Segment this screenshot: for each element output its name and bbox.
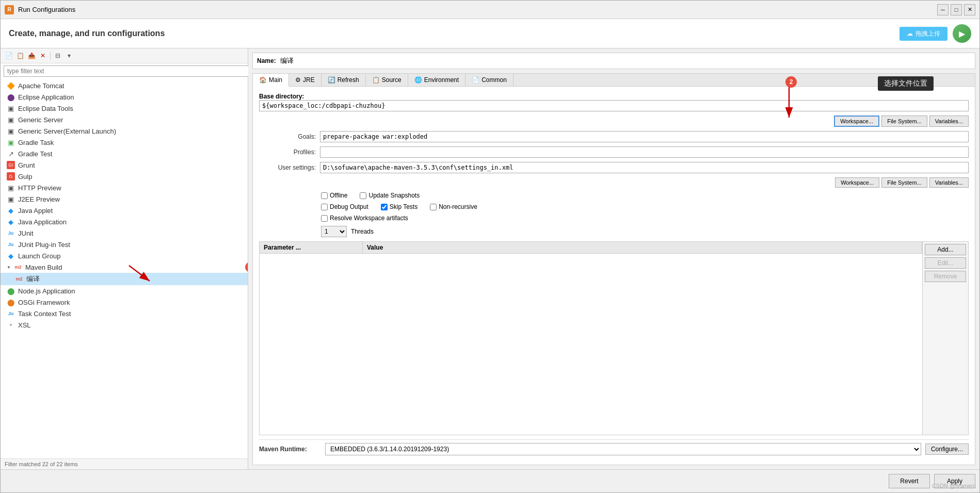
collapse-button[interactable]: ⊟ (53, 51, 63, 61)
tree-item-label: 编译 (26, 274, 40, 284)
debug-output-checkbox[interactable] (321, 204, 328, 210)
filter-button[interactable]: ▾ (64, 51, 74, 61)
offline-checkbox[interactable] (321, 192, 328, 199)
goals-label: Goals: (259, 133, 316, 140)
eclipse-app-icon: ⬤ (7, 93, 15, 101)
tree-item-eclipse-app[interactable]: ⬤ Eclipse Application (1, 91, 248, 103)
workspace-btn-1[interactable]: Workspace... (834, 116, 879, 127)
profiles-input[interactable] (320, 146, 969, 158)
tree-item-label: OSGi Framework (18, 299, 70, 306)
workspace-btn-2[interactable]: Workspace... (835, 177, 879, 188)
j2ee-preview-icon: ▣ (7, 195, 15, 203)
maven-runtime-label: Maven Runtime: (259, 446, 321, 453)
tab-environment[interactable]: 🌐 Environment (408, 74, 465, 86)
delete-button[interactable]: ✕ (38, 51, 48, 61)
update-snapshots-checkbox[interactable] (360, 192, 366, 199)
user-settings-label: User settings: (259, 164, 316, 171)
filesystem-btn-2[interactable]: File System... (881, 177, 927, 188)
tree-item-gradle-task[interactable]: ▣ Gradle Task (1, 137, 248, 148)
resolve-workspace-checkbox[interactable] (321, 215, 328, 222)
tree-item-label: Node.js Application (18, 287, 75, 295)
tree-item-label: J2EE Preview (18, 195, 60, 203)
tree-item-eclipse-data[interactable]: ▣ Eclipse Data Tools (1, 103, 248, 114)
edit-param-button[interactable]: Edit... (925, 257, 966, 269)
new-config-button[interactable]: 📄 (4, 51, 14, 61)
filter-input[interactable] (4, 65, 251, 77)
non-recursive-checkbox[interactable] (430, 204, 437, 210)
expand-icon: ▼ (7, 265, 11, 270)
tab-source[interactable]: 📋 Source (366, 74, 408, 86)
tree-item-nodejs[interactable]: ⬤ Node.js Application (1, 285, 248, 297)
tree-item-grunt[interactable]: G! Grunt (1, 159, 248, 171)
user-settings-input[interactable] (320, 162, 969, 173)
tree-item-gulp[interactable]: G Gulp (1, 171, 248, 182)
tree-item-label: Maven Build (25, 264, 62, 271)
base-directory-input[interactable] (259, 100, 969, 111)
tree-item-generic-server-ext[interactable]: ▣ Generic Server(External Launch) (1, 125, 248, 137)
gulp-icon: G (7, 172, 15, 180)
offline-checkbox-label[interactable]: Offline (321, 192, 347, 199)
skip-tests-checkbox[interactable] (381, 204, 388, 210)
tree-item-task-context-test[interactable]: Ju Task Context Test (1, 308, 248, 319)
maximize-button[interactable]: □ (951, 4, 962, 15)
java-app-icon: ◆ (7, 218, 15, 226)
skip-tests-checkbox-label[interactable]: Skip Tests (381, 203, 417, 210)
tree-item-generic-server[interactable]: ▣ Generic Server (1, 114, 248, 125)
base-directory-input-row (259, 100, 969, 111)
non-recursive-checkbox-label[interactable]: Non-recursive (430, 203, 477, 210)
eclipse-data-icon: ▣ (7, 104, 15, 112)
tree-item-label: Generic Server (18, 116, 63, 124)
maven-runtime-select[interactable]: EMBEDDED (3.6.3/1.14.0.20191209-1923) (325, 443, 921, 455)
tree-item-launch-group[interactable]: ◆ Launch Group (1, 250, 248, 261)
tree-list: 🔶 Apache Tomcat ⬤ Eclipse Application ▣ … (1, 79, 248, 458)
filesystem-btn-1[interactable]: File System... (881, 116, 927, 127)
export-button[interactable]: 📤 (26, 51, 37, 61)
variables-btn-1[interactable]: Variables... (929, 116, 969, 127)
main-tab-icon: 🏠 (259, 76, 267, 84)
tab-jre[interactable]: ⚙ JRE (289, 74, 322, 86)
tree-item-junit[interactable]: Ju JUnit (1, 227, 248, 239)
debug-output-checkbox-label[interactable]: Debug Output (321, 203, 368, 210)
add-param-button[interactable]: Add... (925, 244, 966, 255)
junit-plugin-icon: Ju (7, 240, 15, 249)
tree-item-bianjyi[interactable]: m2 编译 (1, 273, 248, 285)
annotation-badge-1: 1 (245, 262, 248, 272)
title-bar-left: R Run Configurations (5, 5, 75, 14)
goals-input[interactable] (320, 131, 969, 142)
tree-item-gradle-test[interactable]: ↗ Gradle Test (1, 148, 248, 159)
update-snapshots-label: Update Snapshots (368, 192, 420, 199)
tree-item-j2ee-preview[interactable]: ▣ J2EE Preview (1, 193, 248, 205)
non-recursive-label: Non-recursive (439, 203, 477, 210)
variables-btn-2[interactable]: Variables... (929, 177, 969, 188)
user-settings-row: User settings: (259, 162, 969, 173)
remove-param-button[interactable]: Remove (925, 271, 966, 282)
threads-select[interactable]: 1 2 4 (321, 226, 347, 237)
upload-button[interactable]: ☁ 拖拽上传 (899, 27, 947, 41)
tree-item-osgi[interactable]: ⬤ OSGi Framework (1, 297, 248, 308)
duplicate-button[interactable]: 📋 (15, 51, 25, 61)
resolve-workspace-checkbox-label[interactable]: Resolve Workspace artifacts (321, 215, 408, 222)
revert-button[interactable]: Revert (889, 474, 930, 488)
tab-main[interactable]: 🏠 Main (253, 74, 289, 87)
tab-refresh[interactable]: 🔄 Refresh (322, 74, 366, 86)
tree-item-label: Apache Tomcat (18, 82, 64, 90)
tree-item-java-app[interactable]: ◆ Java Application (1, 216, 248, 227)
close-button[interactable]: ✕ (964, 4, 975, 15)
base-directory-label-row: Base directory: (259, 93, 969, 100)
update-snapshots-checkbox-label[interactable]: Update Snapshots (360, 192, 420, 199)
tab-common[interactable]: 📄 Common (465, 74, 513, 86)
main-content: 📄 📋 📤 ✕ ⊟ ▾ 🔶 Apache Tomcat ⬤ Eclipse Ap… (1, 48, 979, 469)
gradle-test-icon: ↗ (7, 150, 15, 158)
tree-item-maven-build[interactable]: ▼ m2 Maven Build 1 (1, 261, 248, 273)
tree-item-xsl[interactable]: × XSL (1, 319, 248, 331)
tree-item-junit-plugin[interactable]: Ju JUnit Plug-in Test (1, 239, 248, 250)
tree-item-apache-tomcat[interactable]: 🔶 Apache Tomcat (1, 80, 248, 91)
configure-runtime-button[interactable]: Configure... (925, 443, 969, 455)
tree-item-http-preview[interactable]: ▣ HTTP Preview (1, 182, 248, 193)
run-button[interactable]: ▶ (953, 24, 971, 43)
tree-item-label: Eclipse Data Tools (18, 105, 73, 112)
run-configurations-window: R Run Configurations ─ □ ✕ Create, manag… (0, 0, 980, 493)
tree-item-java-applet[interactable]: ◆ Java Applet (1, 205, 248, 216)
minimize-button[interactable]: ─ (937, 4, 949, 15)
window-title: Run Configurations (18, 6, 75, 13)
